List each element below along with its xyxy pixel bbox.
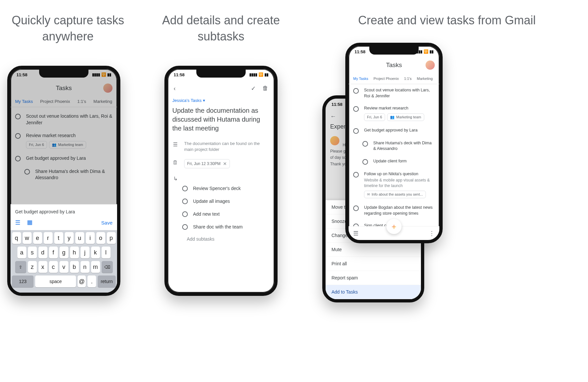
task-row[interactable]: Get budget approved by Lara — [349, 124, 439, 137]
task-radio[interactable] — [182, 211, 188, 217]
key[interactable]: x — [38, 261, 47, 273]
task-row[interactable]: Scout out venue locations with Lars, Roi… — [349, 84, 439, 102]
task-row[interactable]: Get budget approved by Lara — [11, 152, 117, 165]
task-radio[interactable] — [15, 133, 21, 139]
task-radio[interactable] — [353, 128, 359, 134]
dot-key[interactable]: . — [87, 275, 96, 287]
at-key[interactable]: @ — [78, 275, 86, 287]
key[interactable]: b — [70, 261, 79, 273]
task-row[interactable]: Follow up on Nikita's questionWebsite & … — [349, 168, 439, 202]
chip-date[interactable]: Fri, Jun 6 — [364, 113, 385, 121]
key[interactable]: n — [81, 261, 89, 273]
key[interactable]: a — [17, 247, 26, 258]
task-row[interactable]: Update Bogdan about the latest news rega… — [349, 202, 439, 220]
date-chip[interactable]: Fri, Jun 12 3:30PM✕ — [184, 159, 230, 168]
tab-1-1s[interactable]: 1:1's — [404, 77, 412, 81]
chip-date[interactable]: Fri, Jun 6 — [26, 141, 47, 149]
key[interactable]: t — [54, 232, 63, 244]
task-radio[interactable] — [15, 156, 21, 161]
key[interactable]: s — [28, 247, 37, 258]
key[interactable]: z — [28, 261, 37, 273]
key[interactable]: f — [49, 247, 58, 258]
subtask-row[interactable]: Update client form — [358, 155, 439, 168]
task-row[interactable]: Scout out venue locations with Lars, Roi… — [11, 110, 117, 129]
add-subtask-button[interactable]: Add subtasks — [182, 233, 274, 245]
key[interactable]: h — [70, 247, 79, 258]
quick-add-input[interactable]: Get budget approved by Lara — [11, 204, 117, 216]
task-radio[interactable] — [353, 172, 359, 178]
task-row[interactable]: Review market researchFri, Jun 6👥Marketi… — [349, 102, 439, 124]
tab-project-phoenix[interactable]: Project Phoenix — [40, 99, 70, 104]
task-radio[interactable] — [353, 88, 359, 94]
back-icon[interactable]: ‹ — [172, 84, 177, 93]
date-row[interactable]: 🗓 Fri, Jun 12 3:30PM✕ — [168, 156, 274, 172]
task-radio[interactable] — [24, 169, 30, 175]
tab-marketing[interactable]: Marketing — [93, 99, 112, 104]
sheet-item-add-to-tasks[interactable]: Add to Tasks — [326, 285, 421, 299]
task-radio[interactable] — [353, 224, 359, 226]
task-radio[interactable] — [362, 159, 368, 165]
key[interactable]: e — [33, 232, 42, 244]
space-key[interactable]: space — [35, 275, 76, 287]
task-title[interactable]: Update the documentation as discussed wi… — [168, 104, 274, 137]
sheet-item-mute[interactable]: Mute — [326, 243, 421, 257]
task-row[interactable]: Review market researchFri, Jun 6👥Marketi… — [11, 129, 117, 152]
key[interactable]: k — [91, 247, 100, 258]
task-radio[interactable] — [15, 114, 21, 119]
fab-add-button[interactable]: ＋ — [386, 219, 402, 234]
key[interactable]: i — [86, 232, 95, 244]
tab-my-tasks[interactable]: My Tasks — [15, 99, 33, 104]
note-row[interactable]: ☰ The documentation can be found on the … — [168, 137, 274, 156]
key[interactable]: u — [75, 232, 84, 244]
task-radio[interactable] — [182, 224, 188, 230]
key[interactable]: p — [107, 232, 116, 244]
details-icon[interactable]: ☰ — [15, 219, 20, 226]
subtask-row[interactable]: Add new text — [182, 207, 274, 220]
task-radio[interactable] — [182, 199, 188, 204]
key[interactable]: q — [12, 232, 21, 244]
task-radio[interactable] — [353, 205, 359, 211]
list-selector[interactable]: Jessica's Tasks ▾ — [168, 97, 274, 104]
sheet-item-print[interactable]: Print all — [326, 257, 421, 271]
key[interactable]: r — [44, 232, 53, 244]
more-icon[interactable]: ⋮ — [429, 230, 435, 237]
backspace-key[interactable]: ⌫ — [102, 261, 113, 273]
tab-project-phoenix[interactable]: Project Phoenix — [374, 77, 399, 81]
subtask-row[interactable]: Share Hutama's deck with Dima & Alessand… — [358, 137, 439, 155]
key[interactable]: o — [96, 232, 105, 244]
key[interactable]: w — [23, 232, 32, 244]
tab-my-tasks[interactable]: My Tasks — [353, 77, 368, 81]
key[interactable]: l — [102, 247, 110, 258]
chip-team[interactable]: 👥Marketing team — [49, 141, 86, 149]
complete-icon[interactable]: ✓ — [250, 84, 257, 93]
subtask-row[interactable]: Review Spencer's deck — [182, 182, 274, 195]
numbers-key[interactable]: 123 — [12, 275, 34, 287]
subtask-row[interactable]: Share doc with the team — [182, 220, 274, 233]
sheet-item-spam[interactable]: Report spam — [326, 271, 421, 285]
task-radio[interactable] — [182, 186, 188, 191]
shift-key[interactable]: ⇧ — [15, 261, 26, 273]
task-radio[interactable] — [353, 106, 359, 112]
menu-icon[interactable]: ☰ — [353, 230, 358, 237]
key[interactable]: c — [49, 261, 58, 273]
key[interactable]: g — [60, 247, 68, 258]
return-key[interactable]: return — [98, 275, 116, 287]
key[interactable]: m — [91, 261, 100, 273]
key[interactable]: y — [65, 232, 74, 244]
subtask-row[interactable]: Update all images — [182, 195, 274, 207]
chip-email[interactable]: ✉Info about the assets you sent... — [364, 191, 426, 198]
avatar[interactable] — [426, 60, 435, 70]
avatar[interactable] — [103, 84, 112, 93]
date-icon[interactable]: ▦ — [27, 219, 33, 226]
tab-marketing[interactable]: Marketing — [417, 77, 433, 81]
delete-icon[interactable]: 🗑 — [261, 84, 270, 93]
task-row[interactable]: Share Hutama's deck with Dima & Alessand… — [20, 165, 117, 184]
chip-team[interactable]: 👥Marketing team — [387, 113, 424, 121]
clear-date-icon[interactable]: ✕ — [223, 161, 227, 166]
key[interactable]: v — [60, 261, 68, 273]
save-button[interactable]: Save — [101, 220, 112, 226]
tab-1-1s[interactable]: 1:1's — [77, 99, 86, 104]
task-radio[interactable] — [362, 141, 368, 147]
key[interactable]: j — [81, 247, 89, 258]
key[interactable]: d — [38, 247, 47, 258]
